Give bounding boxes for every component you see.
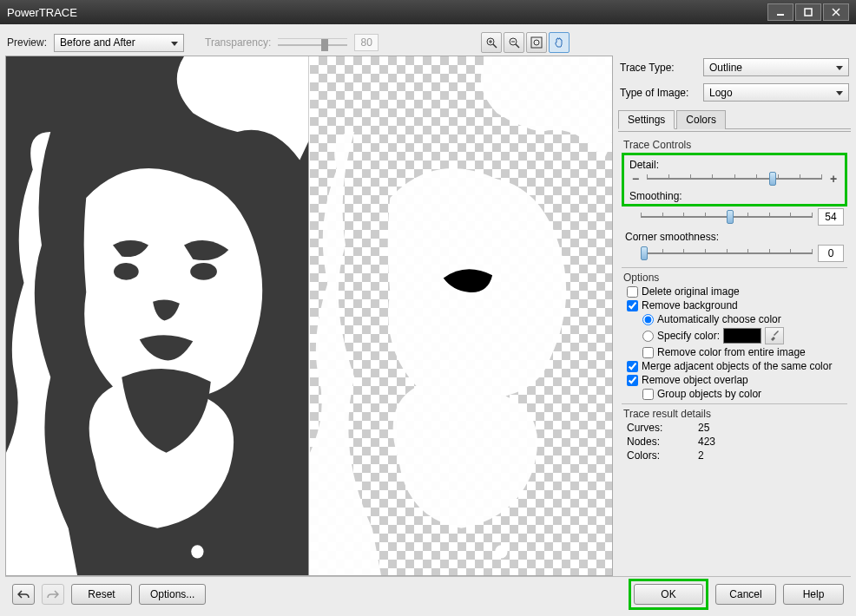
- svg-line-5: [493, 44, 497, 48]
- help-button[interactable]: Help: [783, 584, 844, 605]
- auto-color-radio[interactable]: Automatically choose color: [642, 313, 847, 325]
- minimize-button[interactable]: [767, 3, 793, 21]
- nodes-value: 423: [698, 436, 715, 448]
- window-title: PowerTRACE: [7, 6, 767, 19]
- view-buttons: [481, 32, 570, 53]
- trace-results: Trace result details Curves:25 Nodes:423…: [622, 408, 847, 462]
- remove-overlap-checkbox[interactable]: Remove object overlap: [627, 374, 847, 386]
- redo-button[interactable]: [42, 584, 64, 605]
- colors-result-label: Colors:: [627, 449, 698, 462]
- svg-rect-1: [805, 9, 812, 16]
- svg-rect-11: [531, 37, 542, 48]
- detail-label: Detail:: [629, 159, 840, 171]
- smoothing-slider[interactable]: [641, 213, 813, 221]
- trace-type-label: Trace Type:: [620, 62, 698, 74]
- svg-line-9: [516, 44, 519, 48]
- merge-adjacent-checkbox[interactable]: Merge adjacent objects of the same color: [627, 360, 847, 372]
- trace-type-dropdown[interactable]: Outline: [703, 58, 849, 76]
- group-by-color-checkbox[interactable]: Group objects by color: [642, 388, 847, 400]
- preview-value: Before and After: [60, 36, 135, 49]
- svg-point-15: [190, 263, 217, 280]
- results-title: Trace result details: [623, 408, 847, 420]
- specify-color-swatch[interactable]: [723, 328, 761, 344]
- corner-value[interactable]: 0: [818, 245, 844, 262]
- curves-value: 25: [698, 422, 709, 434]
- smoothing-label: Smoothing:: [629, 190, 840, 202]
- svg-point-14: [114, 263, 139, 280]
- cancel-button[interactable]: Cancel: [715, 584, 776, 605]
- specify-color-radio[interactable]: Specify color:: [642, 327, 847, 344]
- pan-button[interactable]: [549, 32, 570, 53]
- transparency-value: 80: [354, 34, 379, 51]
- corner-thumb[interactable]: [641, 246, 648, 260]
- corner-smoothness-label: Corner smoothness:: [625, 231, 844, 243]
- ok-highlight: OK: [629, 579, 708, 610]
- detail-thumb[interactable]: [769, 172, 776, 186]
- smoothing-thumb[interactable]: [727, 210, 734, 224]
- options-button[interactable]: Options...: [139, 584, 206, 605]
- corner-slider[interactable]: [641, 249, 813, 258]
- side-panel: Trace Type: Outline Type of Image: Logo …: [616, 56, 851, 576]
- options-title: Options: [623, 272, 847, 284]
- svg-point-16: [191, 545, 203, 558]
- colors-result-value: 2: [698, 449, 704, 462]
- remove-color-entire-checkbox[interactable]: Remove color from entire image: [642, 346, 847, 358]
- titlebar[interactable]: PowerTRACE: [0, 0, 856, 24]
- preview-after[interactable]: [310, 56, 613, 575]
- window-controls: [767, 3, 849, 21]
- ok-button[interactable]: OK: [634, 584, 703, 605]
- toolbar: Preview: Before and After Transparency: …: [5, 29, 851, 56]
- settings-panel: Trace Controls Detail: − + Smoothing:: [618, 131, 851, 463]
- transparency-slider: [278, 38, 347, 52]
- type-of-image-label: Type of Image:: [620, 87, 698, 99]
- transparency-thumb: [321, 39, 328, 51]
- delete-original-checkbox[interactable]: Delete original image: [627, 285, 847, 298]
- after-image: [310, 56, 613, 575]
- main-area: Trace Type: Outline Type of Image: Logo …: [5, 56, 851, 576]
- close-button[interactable]: [823, 3, 849, 21]
- curves-label: Curves:: [627, 422, 698, 434]
- zoom-fit-button[interactable]: [526, 32, 547, 53]
- tabs: Settings Colors: [618, 109, 851, 129]
- maximize-button[interactable]: [795, 3, 821, 21]
- nodes-label: Nodes:: [627, 436, 698, 448]
- detail-slider[interactable]: [647, 174, 822, 183]
- undo-button[interactable]: [12, 584, 35, 605]
- detail-plus-icon: +: [827, 173, 840, 185]
- type-of-image-dropdown[interactable]: Logo: [703, 83, 849, 102]
- preview-before[interactable]: [6, 56, 309, 575]
- trace-controls-title: Trace Controls: [623, 139, 847, 151]
- preview-area: [5, 56, 613, 576]
- powertrace-dialog: PowerTRACE Preview: Before and After Tra…: [0, 0, 856, 616]
- trace-type-value: Outline: [709, 62, 742, 74]
- remove-background-checkbox[interactable]: Remove background: [627, 299, 847, 311]
- preview-dropdown[interactable]: Before and After: [54, 34, 184, 52]
- zoom-out-button[interactable]: [504, 32, 524, 53]
- preview-label: Preview:: [7, 36, 47, 49]
- eyedropper-button[interactable]: [765, 327, 784, 344]
- before-image: [6, 56, 309, 575]
- detail-highlight: Detail: − + Smoothing:: [622, 153, 847, 206]
- transparency-label: Transparency:: [205, 36, 271, 49]
- zoom-in-button[interactable]: [481, 32, 502, 53]
- svg-point-17: [495, 545, 507, 558]
- content: Preview: Before and After Transparency: …: [0, 24, 856, 616]
- smoothing-value[interactable]: 54: [818, 208, 844, 226]
- tab-colors[interactable]: Colors: [676, 110, 726, 129]
- tab-settings[interactable]: Settings: [618, 110, 675, 129]
- detail-minus-icon: −: [629, 173, 642, 185]
- svg-point-12: [534, 40, 539, 45]
- type-of-image-value: Logo: [709, 87, 733, 99]
- footer: Reset Options... OK Cancel Help: [5, 576, 851, 611]
- reset-button[interactable]: Reset: [71, 584, 132, 605]
